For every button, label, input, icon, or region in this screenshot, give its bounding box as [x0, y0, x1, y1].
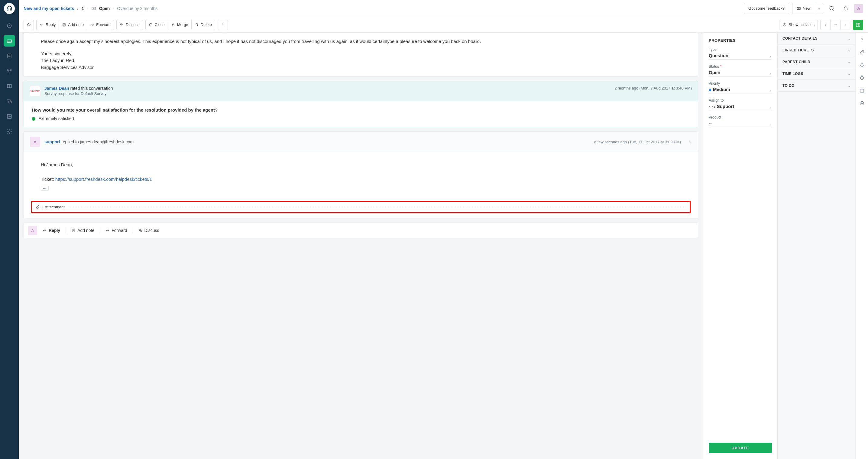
svg-point-24: [836, 25, 837, 25]
hierarchy-icon[interactable]: [859, 62, 865, 68]
nav-chat-icon[interactable]: [4, 96, 15, 107]
more-actions-button[interactable]: [218, 20, 228, 30]
breadcrumb-link[interactable]: New and my open tickets: [24, 6, 74, 11]
survey-author-link[interactable]: James Dean: [44, 86, 69, 91]
nav-social-icon[interactable]: [4, 65, 15, 77]
new-dropdown-button[interactable]: [815, 3, 823, 14]
actionbar: Reply Add note Forward Discuss Close Mer…: [19, 17, 868, 33]
svg-point-3: [9, 55, 10, 56]
nav-solutions-icon[interactable]: [4, 81, 15, 92]
chevron-down-icon: ⌄: [848, 37, 850, 40]
section-linked-tickets[interactable]: LINKED TICKETS⌄: [778, 44, 855, 56]
svg-point-13: [830, 6, 833, 10]
nav-reports-icon[interactable]: [4, 111, 15, 122]
chevron-down-icon: ⌄: [848, 49, 850, 52]
section-parent-child[interactable]: PARENT CHILD⌄: [778, 56, 855, 68]
ticket-number: 1: [82, 6, 84, 11]
nav-contacts-icon[interactable]: [4, 50, 15, 62]
bell-icon[interactable]: [840, 3, 851, 14]
reply-button[interactable]: Reply: [36, 20, 59, 30]
search-icon[interactable]: [826, 3, 837, 14]
status-select[interactable]: Open⌄: [709, 69, 772, 76]
svg-rect-36: [860, 89, 864, 93]
section-to-do[interactable]: TO DO⌄: [778, 80, 855, 92]
svg-point-22: [834, 25, 835, 25]
chevron-down-icon: ⌄: [769, 121, 772, 125]
user-avatar[interactable]: A: [854, 4, 863, 13]
merge-button[interactable]: Merge: [168, 20, 192, 30]
reply-ticket-link[interactable]: https://support.freshdesk.com/helpdesk/t…: [55, 177, 152, 182]
status-label: Status *: [709, 64, 772, 69]
priority-dot-icon: [709, 89, 711, 91]
chevron-down-icon: ⌄: [769, 70, 772, 74]
star-button[interactable]: [24, 20, 34, 30]
show-activities-button[interactable]: Show activities: [779, 20, 818, 30]
svg-point-19: [222, 25, 223, 25]
add-note-button[interactable]: Add note: [59, 20, 87, 30]
info-icon[interactable]: [859, 37, 865, 42]
new-button-split: New: [792, 3, 823, 14]
survey-timestamp: 2 months ago (Mon, 7 Aug 2017 at 3:46 PM…: [614, 86, 692, 90]
nav-tickets-icon[interactable]: [4, 35, 15, 47]
update-button[interactable]: UPDATE: [709, 443, 772, 453]
survey-avatar: firetext: [30, 86, 40, 96]
feedback-button[interactable]: Got some feedback?: [744, 3, 789, 14]
swirl-icon[interactable]: [859, 100, 865, 106]
nav-settings-icon[interactable]: [4, 126, 15, 137]
reply-avatar: A: [30, 137, 40, 147]
survey-answer: Extremely satisfied: [32, 116, 690, 121]
attachment-bar[interactable]: 1 Attachment: [31, 201, 690, 213]
type-select[interactable]: Question⌄: [709, 52, 772, 60]
svg-point-6: [9, 72, 10, 73]
svg-point-18: [222, 23, 223, 24]
replied-to-label: replied to: [60, 140, 80, 144]
svg-rect-34: [863, 66, 864, 67]
section-time-logs[interactable]: TIME LOGS⌄: [778, 68, 855, 80]
chevron-down-icon: ⌄: [848, 84, 850, 88]
topbar: New and my open tickets › 1 · Open · Ove…: [19, 0, 868, 17]
brand-logo[interactable]: [4, 3, 15, 14]
reply-author-link[interactable]: support: [44, 140, 60, 144]
compose-bar: A Reply Add note Forward Discuss: [24, 222, 698, 238]
calendar-icon[interactable]: [859, 88, 865, 93]
survey-question: How would you rate your overall satisfac…: [32, 108, 690, 113]
reply-greeting: Hi James Dean,: [41, 161, 681, 169]
dot-separator: ·: [113, 6, 114, 11]
expand-quoted-icon[interactable]: •••: [41, 186, 49, 191]
discuss-button[interactable]: Discuss: [116, 20, 143, 30]
message-signature: Yours sincerely, The Lady in Red Baggage…: [41, 51, 681, 71]
product-select[interactable]: --⌄: [709, 120, 772, 127]
reply-card: A support replied to james.dean@freshdes…: [24, 131, 698, 218]
survey-action-text: rated this conversation: [69, 86, 113, 91]
chevron-down-icon: ⌄: [848, 72, 850, 76]
delete-button[interactable]: Delete: [191, 20, 216, 30]
compose-avatar: A: [28, 226, 37, 235]
reply-more-icon[interactable]: [688, 140, 692, 144]
compose-forward-button[interactable]: Forward: [105, 228, 127, 233]
more-nav-button[interactable]: [830, 20, 840, 30]
compose-discuss-button[interactable]: Discuss: [138, 228, 159, 233]
chevron-down-icon: ⌄: [769, 54, 772, 57]
attachment-count: 1 Attachment: [42, 205, 65, 209]
expand-panel-button[interactable]: [853, 20, 863, 30]
svg-point-26: [689, 141, 690, 141]
details-panel: CONTACT DETAILS⌄ LINKED TICKETS⌄ PARENT …: [777, 33, 855, 459]
priority-select[interactable]: Medium⌄: [709, 86, 772, 93]
timer-icon[interactable]: [859, 75, 865, 81]
compose-reply-button[interactable]: Reply: [42, 228, 60, 233]
compose-add-note-button[interactable]: Add note: [71, 228, 94, 233]
type-label: Type: [709, 48, 772, 52]
link-icon[interactable]: [859, 50, 865, 55]
new-button[interactable]: New: [792, 3, 815, 14]
nav-dashboard-icon[interactable]: [4, 20, 15, 31]
overdue-label: Overdue by 2 months: [117, 6, 157, 11]
right-rail: [855, 33, 868, 459]
prev-ticket-button[interactable]: [820, 20, 831, 30]
close-button[interactable]: Close: [145, 20, 168, 30]
assign-label: Assign to: [709, 98, 772, 102]
next-ticket-button[interactable]: [840, 20, 850, 30]
section-contact-details[interactable]: CONTACT DETAILS⌄: [778, 33, 855, 44]
assign-select[interactable]: - - / Support⌄: [709, 103, 772, 110]
forward-button[interactable]: Forward: [87, 20, 114, 30]
svg-point-27: [689, 142, 690, 142]
